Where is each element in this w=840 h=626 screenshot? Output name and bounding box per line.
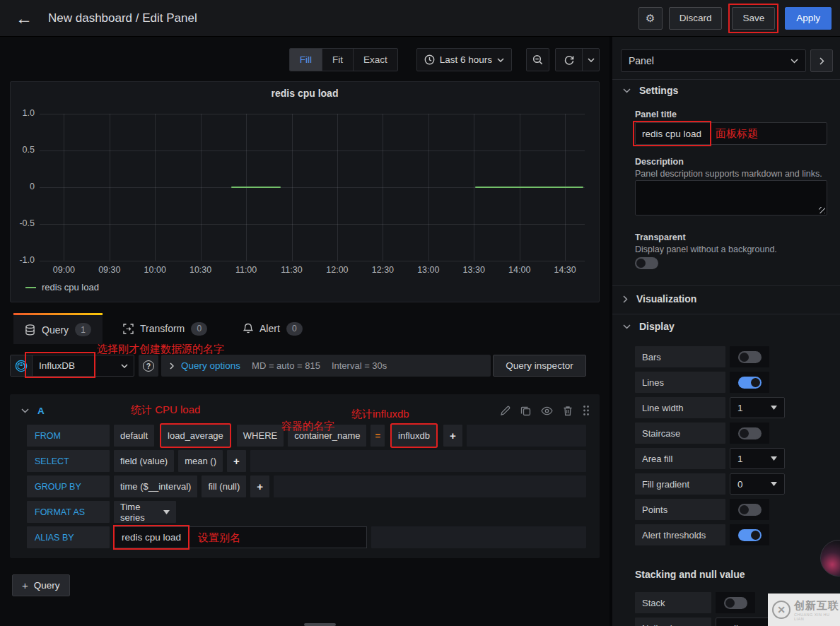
where-operator[interactable]: =: [371, 425, 385, 447]
tab-transform[interactable]: Transform 0: [112, 313, 218, 344]
description-textarea[interactable]: [635, 180, 827, 215]
y-axis-tick: -0.5: [11, 218, 35, 228]
alert-thresholds-toggle[interactable]: [730, 524, 769, 545]
section-settings[interactable]: Settings: [623, 85, 678, 96]
add-query-button[interactable]: + Query: [12, 574, 70, 596]
watermark: ✕ 创新互联 CHUANG XIN HU LIAN: [768, 593, 840, 626]
where-add-button[interactable]: +: [443, 425, 462, 447]
select-label[interactable]: SELECT: [27, 450, 110, 472]
mode-exact[interactable]: Exact: [354, 49, 397, 71]
option-row-line-width: Line width1: [635, 397, 827, 418]
save-button[interactable]: Save: [732, 7, 775, 30]
groupby-label[interactable]: GROUP BY: [27, 476, 110, 497]
staircase-toggle[interactable]: [730, 423, 769, 444]
bell-icon: [243, 323, 253, 334]
select-add-button[interactable]: +: [227, 450, 246, 472]
database-icon: [25, 324, 35, 336]
stacking-heading: Stacking and null value: [635, 569, 745, 580]
row-filler: [467, 425, 586, 447]
refresh-button[interactable]: [556, 49, 583, 71]
area-fill-select[interactable]: 1: [730, 448, 785, 469]
page-title: New dashboard / Edit Panel: [48, 11, 197, 25]
annotation-cpu-hint: 统计 CPU load: [131, 403, 200, 417]
mode-fit[interactable]: Fit: [322, 49, 354, 71]
trash-icon[interactable]: [563, 406, 573, 416]
collapse-sidebar-button[interactable]: [810, 49, 833, 72]
aliasby-label[interactable]: ALIAS BY: [27, 526, 110, 548]
transparent-label: Transparent: [635, 232, 686, 242]
query-inspector-button[interactable]: Query inspector: [493, 355, 586, 377]
tab-query[interactable]: Query 1: [13, 313, 103, 344]
from-label[interactable]: FROM: [27, 425, 110, 447]
staircase-label: Staircase: [635, 423, 725, 444]
clock-icon: [424, 54, 435, 65]
select-function[interactable]: mean (): [178, 450, 223, 472]
query-ref-label[interactable]: A: [37, 406, 45, 416]
row-filler: [371, 526, 586, 548]
option-row-points: Points: [635, 499, 827, 520]
from-measurement[interactable]: load_average: [161, 425, 230, 447]
option-row-staircase: Staircase: [635, 423, 827, 444]
options-sidebar: Panel Settings Panel title redis cpu loa…: [612, 37, 840, 626]
x-axis-tick: 11:30: [276, 265, 308, 275]
formatas-label[interactable]: FORMAT AS: [27, 501, 110, 523]
transform-icon: [123, 324, 134, 334]
alias-input[interactable]: redis cpu load 设置别名: [114, 526, 367, 548]
bars-toggle[interactable]: [730, 346, 769, 367]
lines-toggle[interactable]: [730, 372, 769, 393]
format-as-select[interactable]: Time series: [114, 501, 176, 523]
time-range-picker[interactable]: Last 6 hours: [416, 48, 512, 71]
panel-type-select[interactable]: Panel: [621, 49, 806, 72]
gear-icon: ⚙: [646, 12, 655, 25]
query-groupby-row: GROUP BY time ($__interval) fill (null) …: [27, 476, 586, 497]
where-keyword[interactable]: WHERE: [237, 425, 284, 447]
horizontal-scrollbar-thumb[interactable]: [304, 623, 336, 626]
resize-grip-icon[interactable]: [819, 207, 825, 213]
stack-toggle[interactable]: [716, 592, 755, 613]
copy-icon[interactable]: [520, 406, 531, 416]
eye-icon[interactable]: [541, 406, 553, 415]
x-axis-tick: 10:30: [185, 265, 216, 275]
drag-handle-icon[interactable]: [583, 405, 590, 416]
groupby-add-button[interactable]: +: [250, 476, 269, 497]
annotation-influx-hint: 统计influxdb: [351, 408, 409, 421]
apply-button[interactable]: Apply: [785, 7, 832, 30]
dashboard-settings-button[interactable]: ⚙: [638, 7, 663, 30]
panel-title-label: Panel title: [635, 110, 677, 119]
points-toggle[interactable]: [730, 499, 769, 520]
where-tag-value[interactable]: influxdb: [392, 425, 436, 447]
add-query-label: Query: [34, 580, 60, 591]
query-options-link[interactable]: Query options: [181, 360, 240, 371]
null-value-select[interactable]: null: [716, 618, 771, 626]
caret-down-icon: [771, 482, 777, 486]
discard-button[interactable]: Discard: [669, 7, 723, 30]
edit-pencil-icon[interactable]: [500, 406, 511, 416]
zoom-out-button[interactable]: [526, 48, 549, 71]
refresh-interval-dropdown[interactable]: [583, 49, 599, 71]
chart-plot[interactable]: 09:0009:3010:0010:3011:0011:3012:0012:30…: [40, 114, 585, 261]
groupby-fill[interactable]: fill (null): [202, 476, 246, 497]
transparent-toggle[interactable]: [635, 257, 658, 269]
legend-series-label[interactable]: redis cpu load: [42, 282, 99, 293]
chevron-right-icon[interactable]: [170, 362, 174, 370]
line-width-select[interactable]: 1: [730, 397, 785, 418]
fill-gradient-select[interactable]: 0: [730, 473, 785, 495]
lines-label: Lines: [635, 372, 725, 393]
back-arrow-icon[interactable]: ←: [16, 10, 33, 27]
divider: [612, 285, 840, 286]
section-visualization[interactable]: Visualization: [623, 293, 696, 305]
line-width-value: 1: [737, 403, 743, 413]
watermark-sub: CHUANG XIN HU LIAN: [794, 613, 840, 621]
x-axis-tick: 09:30: [94, 265, 125, 275]
mode-fill[interactable]: Fill: [290, 49, 322, 71]
groupby-time[interactable]: time ($__interval): [114, 476, 197, 497]
tab-alert[interactable]: Alert 0: [232, 313, 314, 344]
chevron-down-icon[interactable]: [21, 408, 29, 413]
section-display[interactable]: Display: [623, 321, 675, 332]
format-as-value: Time series: [120, 502, 163, 523]
datasource-picker[interactable]: InfluxDB: [10, 355, 134, 377]
datasource-help-button[interactable]: ?: [139, 355, 158, 377]
from-policy[interactable]: default: [114, 425, 154, 447]
select-field[interactable]: field (value): [114, 450, 174, 472]
influxdb-logo-icon: [11, 355, 33, 376]
